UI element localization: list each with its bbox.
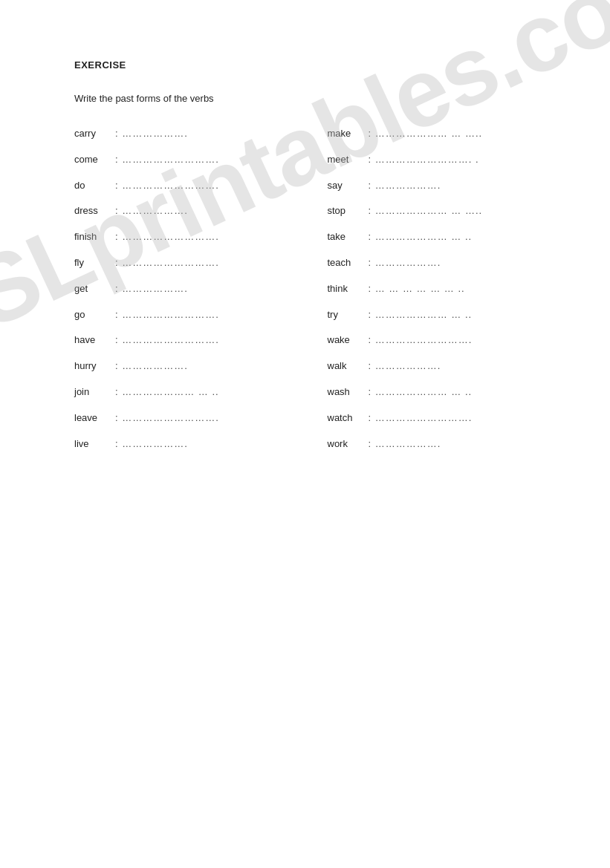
verb-row: join: ………………… … .. <box>74 385 283 400</box>
verb-dots: : ………………… … .. <box>115 385 219 400</box>
verb-dots: : ………………………. <box>369 411 473 426</box>
verb-dots: : ………………………. <box>369 333 473 348</box>
verb-dots: : ………………. <box>115 359 188 374</box>
verb-word: join <box>74 385 115 400</box>
right-column: make: ………………… … …..meet: ………………………. .say… <box>328 126 536 451</box>
verb-row: walk: ………………. <box>328 359 536 374</box>
verb-word: go <box>74 307 115 323</box>
verb-word: take <box>328 229 369 245</box>
verb-dots: : ………………… … ….. <box>369 203 483 219</box>
verb-word: dress <box>74 203 115 219</box>
verb-dots: : ………………………. <box>115 333 219 348</box>
verb-dots: : ………………. <box>369 178 441 194</box>
verb-row: wash: ………………… … .. <box>328 385 536 400</box>
instructions: Write the past forms of the verbs <box>74 93 536 104</box>
verb-dots: : ………………………. <box>115 178 219 194</box>
verb-row: fly: ………………………. <box>74 255 283 271</box>
verb-dots: : ………………………. <box>115 152 219 168</box>
verb-word: leave <box>74 411 115 426</box>
verb-word: come <box>74 152 115 168</box>
verb-word: have <box>74 333 115 348</box>
verb-row: stop: ………………… … ….. <box>328 203 536 219</box>
verb-dots: : ………………… … .. <box>369 229 473 245</box>
verb-word: think <box>328 281 369 297</box>
verb-dots: : ………………. <box>115 437 188 452</box>
verb-word: try <box>328 307 369 323</box>
verb-word: do <box>74 178 115 194</box>
left-column: carry: ……………….come: ……………………….do: ………………… <box>74 126 283 451</box>
verb-row: do: ………………………. <box>74 178 283 194</box>
verb-row: say: ………………. <box>328 178 536 194</box>
verb-dots: : ………………… … .. <box>369 307 473 323</box>
verb-row: get: ………………. <box>74 281 283 297</box>
verb-row: teach: ………………. <box>328 255 536 271</box>
verb-row: carry: ………………. <box>74 126 283 142</box>
verb-word: say <box>328 178 369 194</box>
verb-dots: : ………………… … ….. <box>369 126 483 142</box>
verb-word: fly <box>74 255 115 271</box>
verb-row: take: ………………… … .. <box>328 229 536 245</box>
verb-row: watch: ………………………. <box>328 411 536 426</box>
verb-word: work <box>328 437 369 452</box>
verb-row: make: ………………… … ….. <box>328 126 536 142</box>
verb-row: dress: ………………. <box>74 203 283 219</box>
verb-row: finish: ………………………. <box>74 229 283 245</box>
verb-dots: : ………………. <box>369 437 441 452</box>
verb-dots: : ………………. <box>115 126 188 142</box>
verb-dots: : ………………. <box>369 359 441 374</box>
verb-dots: : ………………. <box>115 281 188 297</box>
verb-dots: : ………………………. . <box>369 152 479 168</box>
verb-dots: : ………………………. <box>115 411 219 426</box>
verb-word: wash <box>328 385 369 400</box>
verb-word: get <box>74 281 115 297</box>
verb-word: finish <box>74 229 115 245</box>
verb-word: walk <box>328 359 369 374</box>
verb-dots: : ………………………. <box>115 229 219 245</box>
verb-row: have: ………………………. <box>74 333 283 348</box>
verb-row: hurry: ………………. <box>74 359 283 374</box>
verb-word: wake <box>328 333 369 348</box>
verb-word: hurry <box>74 359 115 374</box>
verb-dots: : ………………………. <box>115 255 219 271</box>
verb-row: come: ………………………. <box>74 152 283 168</box>
page: EXERCISE Write the past forms of the ver… <box>0 0 610 496</box>
verb-word: carry <box>74 126 115 142</box>
verb-row: work: ………………. <box>328 437 536 452</box>
verb-grid: carry: ……………….come: ……………………….do: ………………… <box>74 126 536 451</box>
verb-dots: : ………………. <box>115 203 188 219</box>
verb-row: live: ………………. <box>74 437 283 452</box>
verb-row: leave: ………………………. <box>74 411 283 426</box>
verb-word: watch <box>328 411 369 426</box>
verb-dots: : ………………. <box>369 255 441 271</box>
verb-row: go: ………………………. <box>74 307 283 323</box>
verb-word: stop <box>328 203 369 219</box>
verb-row: try: ………………… … .. <box>328 307 536 323</box>
verb-row: think: … … … … … … .. <box>328 281 536 297</box>
verb-row: meet: ………………………. . <box>328 152 536 168</box>
verb-word: live <box>74 437 115 452</box>
verb-row: wake: ………………………. <box>328 333 536 348</box>
verb-word: teach <box>328 255 369 271</box>
verb-word: meet <box>328 152 369 168</box>
exercise-title: EXERCISE <box>74 59 536 71</box>
verb-dots: : ………………… … .. <box>369 385 473 400</box>
verb-word: make <box>328 126 369 142</box>
verb-dots: : … … … … … … .. <box>369 281 465 297</box>
verb-dots: : ………………………. <box>115 307 219 323</box>
